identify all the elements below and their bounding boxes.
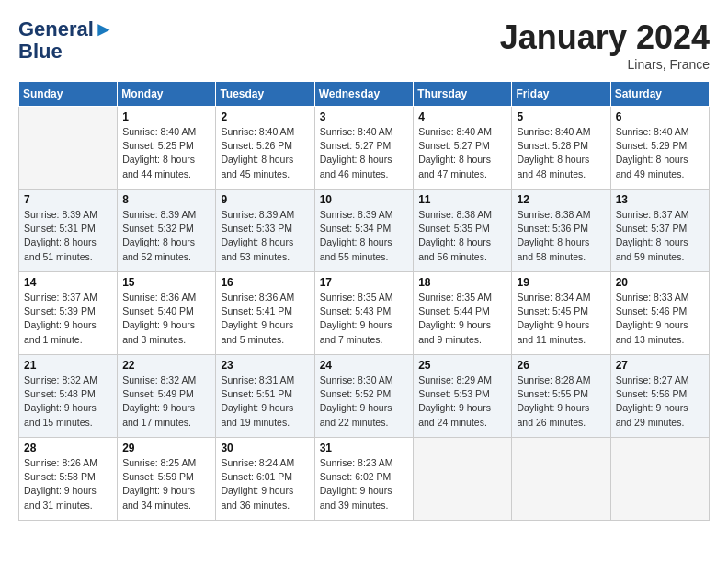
day-info: Sunrise: 8:38 AMSunset: 5:36 PMDaylight:… [517,208,605,264]
day-info: Sunrise: 8:40 AMSunset: 5:27 PMDaylight:… [320,125,409,181]
day-info: Sunrise: 8:30 AMSunset: 5:52 PMDaylight:… [320,373,409,430]
day-number: 17 [320,276,409,289]
day-info: Sunrise: 8:32 AMSunset: 5:48 PMDaylight:… [24,373,112,430]
day-info: Sunrise: 8:40 AMSunset: 5:28 PMDaylight:… [517,125,605,181]
day-info: Sunrise: 8:29 AMSunset: 5:53 PMDaylight:… [418,373,506,430]
calendar-week-row: 28Sunrise: 8:26 AMSunset: 5:58 PMDayligh… [19,438,710,521]
day-info: Sunrise: 8:25 AMSunset: 5:59 PMDaylight:… [122,456,210,512]
calendar-cell: 30Sunrise: 8:24 AMSunset: 6:01 PMDayligh… [216,438,314,521]
page-header: General►Blue January 2024 Linars, France [18,18,710,72]
day-info: Sunrise: 8:37 AMSunset: 5:37 PMDaylight:… [616,208,704,264]
weekday-header-thursday: Thursday [414,82,512,107]
day-number: 30 [221,442,309,454]
day-number: 22 [122,359,210,372]
day-info: Sunrise: 8:32 AMSunset: 5:49 PMDaylight:… [122,373,210,430]
calendar-cell: 18Sunrise: 8:35 AMSunset: 5:44 PMDayligh… [414,272,512,355]
weekday-header-monday: Monday [118,82,216,107]
calendar-week-row: 1Sunrise: 8:40 AMSunset: 5:25 PMDaylight… [19,107,710,190]
calendar-cell: 27Sunrise: 8:27 AMSunset: 5:56 PMDayligh… [610,355,709,438]
weekday-header-tuesday: Tuesday [216,82,314,107]
day-info: Sunrise: 8:35 AMSunset: 5:43 PMDaylight:… [320,291,409,347]
calendar-cell [19,107,118,190]
day-info: Sunrise: 8:39 AMSunset: 5:31 PMDaylight:… [24,208,112,264]
calendar-cell: 10Sunrise: 8:39 AMSunset: 5:34 PMDayligh… [314,190,414,272]
calendar-cell [512,438,610,521]
calendar-cell: 19Sunrise: 8:34 AMSunset: 5:45 PMDayligh… [512,272,610,355]
day-info: Sunrise: 8:33 AMSunset: 5:46 PMDaylight:… [616,291,704,347]
day-info: Sunrise: 8:34 AMSunset: 5:45 PMDaylight:… [517,291,605,347]
day-info: Sunrise: 8:36 AMSunset: 5:41 PMDaylight:… [221,291,309,347]
day-info: Sunrise: 8:37 AMSunset: 5:39 PMDaylight:… [24,291,112,347]
calendar-cell: 21Sunrise: 8:32 AMSunset: 5:48 PMDayligh… [19,355,118,438]
calendar-table: SundayMondayTuesdayWednesdayThursdayFrid… [18,81,710,521]
logo-text: General►Blue [18,18,114,63]
day-number: 16 [221,276,309,289]
calendar-cell: 14Sunrise: 8:37 AMSunset: 5:39 PMDayligh… [19,272,118,355]
day-number: 1 [122,110,210,123]
day-number: 9 [221,193,309,206]
calendar-cell: 3Sunrise: 8:40 AMSunset: 5:27 PMDaylight… [314,107,414,190]
day-number: 20 [616,276,704,289]
day-number: 27 [616,359,704,372]
calendar-cell: 7Sunrise: 8:39 AMSunset: 5:31 PMDaylight… [19,190,118,272]
calendar-cell: 25Sunrise: 8:29 AMSunset: 5:53 PMDayligh… [414,355,512,438]
title-block: January 2024 Linars, France [500,18,710,72]
day-info: Sunrise: 8:40 AMSunset: 5:29 PMDaylight:… [616,125,704,181]
calendar-cell: 16Sunrise: 8:36 AMSunset: 5:41 PMDayligh… [216,272,314,355]
location-subtitle: Linars, France [500,57,710,72]
month-title: January 2024 [500,18,710,57]
day-number: 21 [24,359,112,372]
day-number: 18 [418,276,506,289]
calendar-cell: 24Sunrise: 8:30 AMSunset: 5:52 PMDayligh… [314,355,414,438]
calendar-cell: 2Sunrise: 8:40 AMSunset: 5:26 PMDaylight… [216,107,314,190]
calendar-cell: 17Sunrise: 8:35 AMSunset: 5:43 PMDayligh… [314,272,414,355]
day-number: 7 [24,193,112,206]
calendar-week-row: 14Sunrise: 8:37 AMSunset: 5:39 PMDayligh… [19,272,710,355]
day-info: Sunrise: 8:38 AMSunset: 5:35 PMDaylight:… [418,208,506,264]
day-info: Sunrise: 8:23 AMSunset: 6:02 PMDaylight:… [320,456,409,512]
day-number: 6 [616,110,704,123]
calendar-cell [414,438,512,521]
calendar-cell: 9Sunrise: 8:39 AMSunset: 5:33 PMDaylight… [216,190,314,272]
day-number: 29 [122,442,210,454]
calendar-cell: 22Sunrise: 8:32 AMSunset: 5:49 PMDayligh… [118,355,216,438]
calendar-cell: 15Sunrise: 8:36 AMSunset: 5:40 PMDayligh… [118,272,216,355]
day-number: 11 [418,193,506,206]
weekday-header-row: SundayMondayTuesdayWednesdayThursdayFrid… [19,82,710,107]
weekday-header-saturday: Saturday [610,82,709,107]
calendar-cell: 8Sunrise: 8:39 AMSunset: 5:32 PMDaylight… [118,190,216,272]
day-info: Sunrise: 8:40 AMSunset: 5:27 PMDaylight:… [418,125,506,181]
day-info: Sunrise: 8:36 AMSunset: 5:40 PMDaylight:… [122,291,210,347]
day-number: 3 [320,110,409,123]
calendar-cell: 31Sunrise: 8:23 AMSunset: 6:02 PMDayligh… [314,438,414,521]
day-info: Sunrise: 8:31 AMSunset: 5:51 PMDaylight:… [221,373,309,430]
day-number: 4 [418,110,506,123]
weekday-header-sunday: Sunday [19,82,118,107]
day-number: 24 [320,359,409,372]
weekday-header-wednesday: Wednesday [314,82,414,107]
day-info: Sunrise: 8:27 AMSunset: 5:56 PMDaylight:… [616,373,704,430]
day-number: 25 [418,359,506,372]
calendar-cell: 1Sunrise: 8:40 AMSunset: 5:25 PMDaylight… [118,107,216,190]
day-number: 31 [320,442,409,454]
day-info: Sunrise: 8:40 AMSunset: 5:25 PMDaylight:… [122,125,210,181]
day-number: 15 [122,276,210,289]
day-number: 8 [122,193,210,206]
calendar-cell: 23Sunrise: 8:31 AMSunset: 5:51 PMDayligh… [216,355,314,438]
calendar-cell: 20Sunrise: 8:33 AMSunset: 5:46 PMDayligh… [610,272,709,355]
day-number: 28 [24,442,112,454]
calendar-week-row: 21Sunrise: 8:32 AMSunset: 5:48 PMDayligh… [19,355,710,438]
day-number: 10 [320,193,409,206]
day-number: 26 [517,359,605,372]
calendar-cell: 12Sunrise: 8:38 AMSunset: 5:36 PMDayligh… [512,190,610,272]
day-info: Sunrise: 8:26 AMSunset: 5:58 PMDaylight:… [24,456,112,512]
calendar-cell: 13Sunrise: 8:37 AMSunset: 5:37 PMDayligh… [610,190,709,272]
day-info: Sunrise: 8:39 AMSunset: 5:34 PMDaylight:… [320,208,409,264]
calendar-cell: 26Sunrise: 8:28 AMSunset: 5:55 PMDayligh… [512,355,610,438]
weekday-header-friday: Friday [512,82,610,107]
logo: General►Blue [18,18,114,63]
day-number: 2 [221,110,309,123]
calendar-cell: 11Sunrise: 8:38 AMSunset: 5:35 PMDayligh… [414,190,512,272]
day-number: 12 [517,193,605,206]
day-number: 19 [517,276,605,289]
